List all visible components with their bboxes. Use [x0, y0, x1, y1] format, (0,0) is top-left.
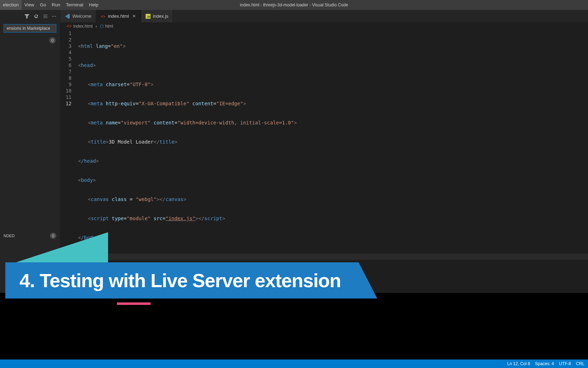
filter-icon[interactable]: [24, 13, 30, 19]
tab-label: Welcome: [72, 13, 91, 19]
window-title: index.html - threejs-3d-model-loader - V…: [240, 2, 348, 7]
html-icon: <>: [67, 24, 72, 29]
tab-label: index.js: [153, 13, 168, 19]
title-bar: election View Go Run Terminal Help index…: [0, 0, 588, 10]
status-line-col[interactable]: Ln 12, Col 8: [507, 361, 530, 366]
tab-welcome[interactable]: Welcome: [60, 10, 96, 22]
breadcrumb-file[interactable]: <> index.html: [67, 24, 93, 29]
banner-underline-decoration: [117, 302, 151, 305]
html-icon: <>: [100, 13, 106, 19]
clear-icon[interactable]: [43, 13, 48, 19]
installed-count-badge: 0: [49, 37, 56, 44]
breadcrumb-symbol[interactable]: ⬡ html: [100, 24, 113, 29]
tab-label: index.html: [108, 13, 129, 19]
installed-section-header[interactable]: 0: [0, 34, 60, 46]
status-bar: Ln 12, Col 8 Spaces: 4 UTF-8 CRL: [0, 359, 588, 368]
presentation-black-bar: [0, 293, 588, 359]
recommended-section-header[interactable]: NDED 0: [0, 231, 60, 240]
tab-index-html[interactable]: <> index.html ✕: [96, 10, 141, 22]
menu-terminal[interactable]: Terminal: [63, 0, 86, 10]
js-icon: JS: [146, 14, 151, 19]
extensions-search-input[interactable]: ensions in Marketplace: [4, 24, 56, 33]
sidebar-toolbar: ⋯: [0, 10, 60, 22]
chevron-right-icon: ›: [96, 24, 97, 29]
more-icon[interactable]: ⋯: [52, 13, 56, 19]
refresh-icon[interactable]: [33, 13, 39, 19]
status-encoding[interactable]: UTF-8: [559, 361, 571, 366]
recommended-count-badge: 0: [50, 233, 56, 239]
tab-index-js[interactable]: JS index.js: [141, 10, 173, 22]
vscode-icon: [64, 13, 70, 19]
menu-selection[interactable]: election: [0, 0, 22, 10]
status-eol[interactable]: CRL: [576, 361, 584, 366]
menu-go[interactable]: Go: [37, 0, 49, 10]
menu-view[interactable]: View: [22, 0, 37, 10]
breadcrumbs: <> index.html › ⬡ html: [60, 22, 588, 30]
status-spaces[interactable]: Spaces: 4: [535, 361, 554, 366]
menu-bar: election View Go Run Terminal Help: [0, 0, 101, 10]
editor-tabs: Welcome <> index.html ✕ JS index.js: [60, 10, 588, 22]
presentation-banner: 4. Testing with Live Server extension: [5, 262, 377, 299]
menu-help[interactable]: Help: [86, 0, 101, 10]
close-icon[interactable]: ✕: [131, 13, 137, 19]
symbol-icon: ⬡: [100, 24, 103, 29]
menu-run[interactable]: Run: [49, 0, 63, 10]
banner-title: 4. Testing with Live Server extension: [19, 269, 363, 291]
